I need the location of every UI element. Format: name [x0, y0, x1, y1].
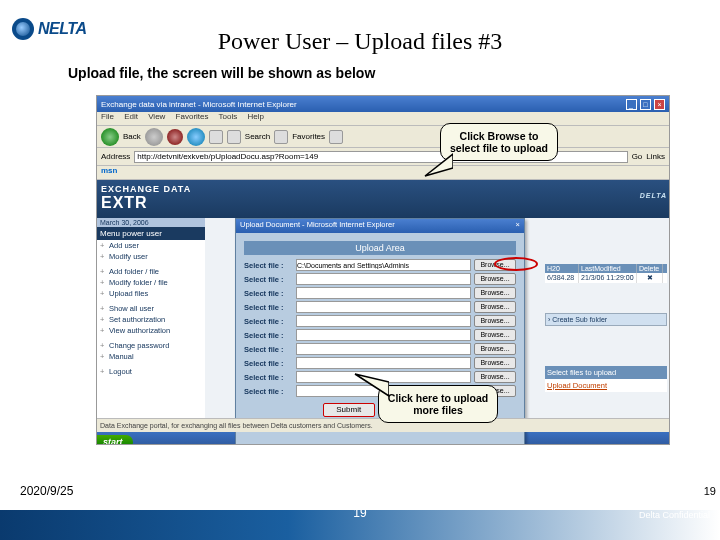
back-icon[interactable] [101, 128, 119, 146]
menu-help[interactable]: Help [248, 112, 264, 121]
sidebar-item-addfolder[interactable]: Add folder / file [97, 266, 205, 277]
start-button[interactable]: start [97, 435, 133, 445]
slide: NELTA Power User – Upload files #3 Uploa… [0, 0, 720, 540]
delta-logo-right: DELTA [640, 192, 667, 199]
page-number-right: 19 [704, 485, 716, 497]
browse-button-6[interactable]: Browse... [474, 329, 516, 341]
callout-browse: Click Browse to select file to upload [440, 123, 558, 161]
browse-button-7[interactable]: Browse... [474, 343, 516, 355]
ie-address-bar: Address Go Links [97, 148, 669, 166]
menu-edit[interactable]: Edit [124, 112, 138, 121]
banner-line1: EXCHANGE DATA [101, 184, 665, 194]
confidential-label: Delta Confidential [639, 510, 710, 520]
sidebar-item-showall[interactable]: Show all user [97, 303, 205, 314]
file-row-6: Select file :Browse... [244, 329, 516, 341]
select-files-header: Select files to upload [545, 366, 667, 379]
file-row-1: Select file : Browse... [244, 259, 516, 271]
address-label: Address [101, 152, 130, 161]
msn-toolbar: msn [97, 166, 669, 180]
forward-icon[interactable] [145, 128, 163, 146]
sidebar-item-changepw[interactable]: Change password [97, 340, 205, 351]
sidebar-item-modifyfolder[interactable]: Modify folder / file [97, 277, 205, 288]
sidebar-item-modifyuser[interactable]: Modify user [97, 251, 205, 262]
media-icon[interactable] [329, 130, 343, 144]
create-subfolder-box[interactable]: › Create Sub folder [545, 313, 667, 326]
menu-favorites[interactable]: Favorites [176, 112, 209, 121]
file-row-7: Select file :Browse... [244, 343, 516, 355]
ie-toolbar: Back Search Favorites [97, 126, 669, 148]
rt-row: 6/384.28 21/3/06 11:29:00 ✖ [545, 273, 667, 283]
delete-icon[interactable]: ✖ [637, 273, 663, 283]
svg-marker-0 [425, 154, 453, 176]
rt-h3: Delete [637, 264, 663, 273]
browse-highlight-oval [494, 257, 538, 271]
sidebar-item-logout[interactable]: Logout [97, 366, 205, 377]
callout-submit: Click here to upload more files [378, 385, 498, 423]
browse-button-9[interactable]: Browse... [474, 371, 516, 383]
favorites-icon[interactable] [274, 130, 288, 144]
upload-area-header: Upload Area [244, 241, 516, 255]
slide-title: Power User – Upload files #3 [0, 28, 720, 55]
ie-menubar: File Edit View Favorites Tools Help [97, 112, 669, 126]
file-input-4[interactable] [296, 301, 471, 313]
msn-label: msn [101, 166, 117, 175]
file-row-3: Select file :Browse... [244, 287, 516, 299]
go-button[interactable]: Go [632, 152, 643, 161]
search-label[interactable]: Search [245, 132, 270, 141]
file-input-8[interactable] [296, 357, 471, 369]
file-input-2[interactable] [296, 273, 471, 285]
file-row-4: Select file :Browse... [244, 301, 516, 313]
stop-icon[interactable] [167, 129, 183, 145]
popup-close-icon[interactable]: × [516, 220, 520, 232]
sidebar-item-uploadfiles[interactable]: Upload files [97, 288, 205, 299]
rt-h1: H20 [545, 264, 579, 273]
submit-button[interactable]: Submit [323, 403, 375, 417]
menu-tools[interactable]: Tools [219, 112, 238, 121]
close-icon[interactable]: × [654, 99, 665, 110]
browse-button-4[interactable]: Browse... [474, 301, 516, 313]
sidebar-item-setauth[interactable]: Set authorization [97, 314, 205, 325]
sidebar-item-viewauth[interactable]: View authorization [97, 325, 205, 336]
sidebar-item-adduser[interactable]: Add user [97, 240, 205, 251]
file-input-5[interactable] [296, 315, 471, 327]
page-banner: EXCHANGE DATA EXTR DELTA [97, 180, 669, 218]
sidebar-item-manual[interactable]: Manual [97, 351, 205, 362]
menu-view[interactable]: View [148, 112, 165, 121]
file-row-5: Select file :Browse... [244, 315, 516, 327]
sidebar: March 30, 2006 Menu power user Add user … [97, 218, 205, 418]
ie-titlebar: Exchange data via intranet - Microsoft I… [97, 96, 669, 112]
rt-header: H20 LastModified Delete [545, 264, 667, 273]
callout-tail-icon [423, 148, 453, 178]
file-input-6[interactable] [296, 329, 471, 341]
home-icon[interactable] [209, 130, 223, 144]
browse-button-8[interactable]: Browse... [474, 357, 516, 369]
menu-file[interactable]: File [101, 112, 114, 121]
footer-date: 2020/9/25 [20, 484, 73, 498]
rt-c2: 21/3/06 11:29:00 [579, 273, 637, 283]
search-icon[interactable] [227, 130, 241, 144]
popup-titlebar: Upload Document - Microsoft Internet Exp… [236, 219, 524, 233]
banner-line2: EXTR [101, 194, 665, 212]
sidebar-header: Menu power user [97, 227, 205, 240]
page-number: 19 [0, 506, 720, 520]
browse-button-5[interactable]: Browse... [474, 315, 516, 327]
upload-document-link[interactable]: Upload Document [545, 379, 667, 392]
favorites-label[interactable]: Favorites [292, 132, 325, 141]
browse-button-2[interactable]: Browse... [474, 273, 516, 285]
file-input-1[interactable] [296, 259, 471, 271]
links-label: Links [646, 152, 665, 161]
file-input-3[interactable] [296, 287, 471, 299]
maximize-icon[interactable]: □ [640, 99, 651, 110]
slide-subtitle: Upload file, the screen will be shown as… [68, 65, 375, 81]
popup-title-text: Upload Document - Microsoft Internet Exp… [240, 220, 395, 232]
ie-window-title: Exchange data via intranet - Microsoft I… [101, 100, 297, 109]
window-buttons: _ □ × [625, 99, 665, 110]
select-label: Select file : [244, 261, 296, 270]
right-column: H20 LastModified Delete 6/384.28 21/3/06… [545, 264, 667, 392]
minimize-icon[interactable]: _ [626, 99, 637, 110]
file-input-7[interactable] [296, 343, 471, 355]
back-label[interactable]: Back [123, 132, 141, 141]
file-row-8: Select file :Browse... [244, 357, 516, 369]
refresh-icon[interactable] [187, 128, 205, 146]
browse-button-3[interactable]: Browse... [474, 287, 516, 299]
